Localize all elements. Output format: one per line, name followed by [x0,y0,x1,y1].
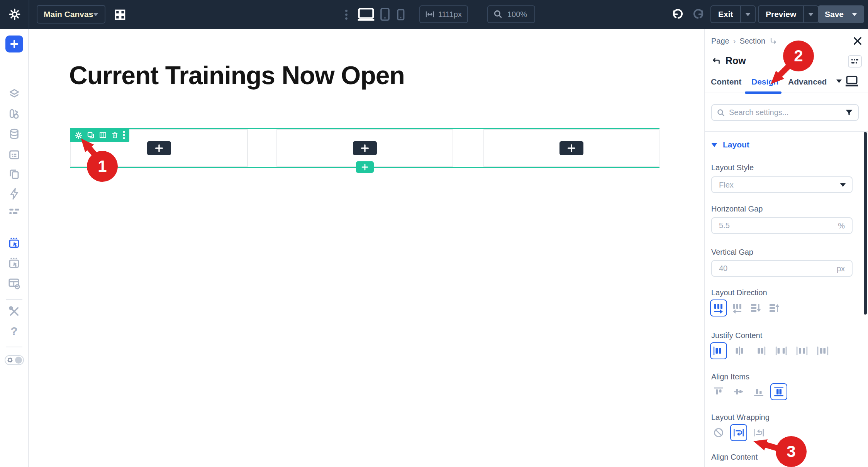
save-button[interactable]: Save [818,5,864,23]
columns-icon[interactable] [99,131,107,139]
element-settings-gear-icon[interactable] [75,131,83,139]
direction-row-icon[interactable] [710,299,727,316]
settings-panel: Page › Section Row Content Design Advanc… [704,29,868,467]
selected-row-element[interactable] [70,128,659,168]
sidebar-divider [6,299,22,300]
viewport-width-input[interactable]: 1111px [419,5,468,23]
vertical-gap-input[interactable] [719,261,827,276]
align-items-options [710,383,787,400]
justify-end-icon[interactable] [752,342,769,359]
save-label: Save [825,10,844,19]
breadcrumb-section[interactable]: Section [739,37,765,46]
layout-style-value: Flex [719,181,734,190]
direction-row-reverse-icon[interactable] [729,299,746,316]
lightning-actions-icon[interactable] [8,187,20,200]
desktop-breakpoint-icon[interactable] [357,7,375,22]
layout-style-select[interactable]: Flex [711,176,853,193]
browse-mode-icon[interactable] [8,257,21,270]
forms-panel-icon[interactable] [8,149,20,161]
kebab-menu-icon[interactable] [123,131,125,139]
justify-space-between-icon[interactable] [773,342,790,359]
pages-copy-icon[interactable] [8,168,20,180]
grid-view-icon[interactable] [114,9,126,20]
filter-funnel-icon[interactable] [845,108,853,117]
undo-icon[interactable] [672,8,684,20]
page-settings-icon[interactable] [8,277,21,290]
tab-advanced[interactable]: Advanced [788,77,827,86]
help-icon[interactable]: ? [10,325,17,338]
wrap-reverse-icon[interactable] [750,424,767,441]
chevron-down-icon [93,13,98,16]
builder-settings-gear-icon[interactable] [8,8,21,20]
column-3[interactable] [483,129,659,167]
kebab-menu-icon[interactable] [345,9,348,20]
wrap-icon[interactable] [730,424,747,441]
blocks-list-icon[interactable] [8,207,20,217]
layout-section-header[interactable]: Layout [711,140,749,149]
layout-direction-options [710,299,783,316]
duplicate-icon[interactable] [87,131,95,139]
active-tab-underline [745,91,782,94]
exit-button[interactable]: Exit [710,5,756,23]
tools-icon[interactable] [8,305,20,318]
preview-label: Preview [759,10,803,19]
exit-dropdown-caret[interactable] [741,13,755,16]
align-start-icon[interactable] [710,383,727,400]
align-center-icon[interactable] [730,383,747,400]
breadcrumb-page[interactable]: Page [711,37,729,46]
justify-space-evenly-icon[interactable] [814,342,831,359]
add-widget-button[interactable] [559,141,583,155]
phone-breakpoint-icon[interactable] [397,9,405,20]
canvas-selector-dropdown[interactable]: Main Canvas [37,5,105,24]
close-icon[interactable] [853,36,863,46]
search-settings-input[interactable] [729,105,837,120]
page-builder-app: Main Canvas 1111px 100% [0,0,868,467]
preview-button[interactable]: Preview [758,5,819,23]
structure-icon[interactable] [848,55,862,68]
justify-content-options [710,342,831,359]
tablet-breakpoint-icon[interactable] [380,7,390,21]
exit-label: Exit [711,10,740,19]
direction-column-icon[interactable] [747,299,764,316]
preview-dropdown-caret[interactable] [804,13,818,16]
element-title-row: Row [711,55,746,66]
justify-start-icon[interactable] [710,342,727,359]
trash-icon[interactable] [111,131,119,139]
add-element-button[interactable] [5,36,23,52]
wrap-none-icon[interactable] [710,424,727,441]
tab-content[interactable]: Content [711,77,741,86]
panel-scrollbar[interactable] [864,132,867,315]
add-widget-button[interactable] [353,141,377,155]
select-caret-icon [840,183,846,187]
builder-settings-toggle[interactable] [4,354,24,366]
design-library-icon[interactable] [8,108,20,120]
add-column-below-button[interactable] [356,161,374,173]
annotation-step-3: 3 [776,436,807,467]
add-widget-button[interactable] [147,141,171,155]
align-items-label: Align Items [711,372,749,381]
justify-space-around-icon[interactable] [793,342,810,359]
justify-content-label: Justify Content [711,331,762,340]
search-settings-box[interactable] [711,104,859,121]
edit-mode-icon[interactable] [8,237,21,250]
justify-center-icon[interactable] [731,342,748,359]
zoom-control[interactable]: 100% [487,5,535,23]
back-arrow-icon[interactable] [711,57,721,65]
tabs-caret-icon[interactable] [836,80,842,83]
direction-column-reverse-icon[interactable] [766,299,783,316]
panel-tabs: Content Design Advanced [705,77,868,88]
responsive-device-icon[interactable] [845,74,859,88]
tab-design[interactable]: Design [751,77,778,86]
database-icon[interactable] [8,128,20,140]
layers-icon[interactable] [8,88,20,100]
align-end-icon[interactable] [750,383,767,400]
horizontal-gap-input[interactable] [719,218,827,233]
save-dropdown-caret[interactable] [852,13,857,16]
column-2[interactable] [276,129,453,167]
redo-icon[interactable] [692,8,704,20]
tabs-divider [705,93,868,93]
vertical-gap-unit: px [837,264,845,273]
element-toolbar [70,128,129,142]
zoom-value: 100% [507,10,527,19]
align-stretch-icon[interactable] [770,383,787,400]
